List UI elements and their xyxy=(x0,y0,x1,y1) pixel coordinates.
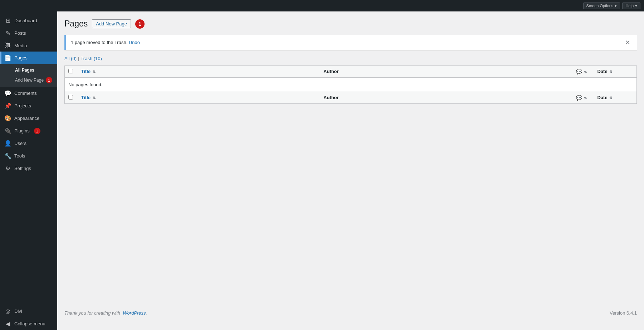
sidebar-item-label-settings: Settings xyxy=(14,166,31,171)
appearance-icon: 🎨 xyxy=(4,115,11,122)
sidebar-item-projects[interactable]: 📌 Projects xyxy=(0,100,57,112)
header-badge: 1 xyxy=(135,19,145,29)
sidebar-submenu-add-new-page[interactable]: Add New Page 1 xyxy=(0,75,57,86)
sidebar-item-label-divi: Divi xyxy=(14,309,22,314)
footer-period: . xyxy=(146,310,147,316)
settings-icon: ⚙ xyxy=(4,165,11,172)
title-sort-icon: ⇅ xyxy=(93,70,96,74)
column-header-date[interactable]: Date ⇅ xyxy=(594,65,637,77)
footer-date-sort: ⇅ xyxy=(609,96,612,100)
add-new-page-badge: 1 xyxy=(46,77,52,83)
dashboard-icon: ⊞ xyxy=(4,17,11,24)
footer-date-label: Date xyxy=(597,95,608,100)
layout: ⊞ Dashboard ✎ Posts 🖼 Media 📄 Pages All … xyxy=(0,11,644,330)
sidebar-item-pages[interactable]: 📄 Pages xyxy=(0,52,57,64)
footer-title-label: Title xyxy=(81,95,91,100)
sidebar-item-appearance[interactable]: 🎨 Appearance xyxy=(0,112,57,125)
notice-text: 1 page moved to the Trash. Undo xyxy=(71,40,140,45)
sidebar-item-tools[interactable]: 🔧 Tools xyxy=(0,150,57,162)
sidebar-item-divi[interactable]: ◎ Divi xyxy=(0,305,57,317)
page-title: Pages xyxy=(64,19,88,29)
media-icon: 🖼 xyxy=(4,42,11,49)
date-sort-icon: ⇅ xyxy=(609,70,612,74)
page-header: Pages Add New Page 1 xyxy=(64,19,637,29)
footer-title-sort: ⇅ xyxy=(93,96,96,100)
table-header-row: Title ⇅ Author 💬 ⇅ Date ⇅ xyxy=(65,65,637,77)
sidebar-item-label-posts: Posts xyxy=(14,30,26,36)
footer-version: Version 6.4.1 xyxy=(610,310,637,316)
help-label: Help xyxy=(625,4,634,8)
column-header-checkbox xyxy=(65,65,78,77)
screen-options-chevron: ▾ xyxy=(615,4,617,8)
footer-credit: Thank you for creating with WordPress. xyxy=(64,310,147,316)
footer-author-col: Author xyxy=(320,92,572,103)
comments-sort-icon: ⇅ xyxy=(584,70,587,74)
filter-separator: | xyxy=(78,56,79,61)
sidebar-item-plugins[interactable]: 🔌 Plugins 1 xyxy=(0,125,57,137)
comments-column-icon: 💬 xyxy=(576,69,582,74)
notice-message: 1 page moved to the Trash. xyxy=(71,40,129,45)
sidebar-item-label-appearance: Appearance xyxy=(14,116,39,121)
filter-trash-label: Trash xyxy=(80,56,92,61)
plugins-icon: 🔌 xyxy=(4,127,11,134)
posts-icon: ✎ xyxy=(4,30,11,37)
sidebar-item-label-dashboard: Dashboard xyxy=(14,18,37,23)
sidebar-item-settings[interactable]: ⚙ Settings xyxy=(0,162,57,175)
footer-date-col[interactable]: Date ⇅ xyxy=(594,92,637,103)
main-content: Pages Add New Page 1 1 page moved to the… xyxy=(57,11,644,330)
no-pages-row: No pages found. xyxy=(65,77,637,92)
sidebar-item-label-comments: Comments xyxy=(14,91,37,96)
sidebar-item-posts[interactable]: ✎ Posts xyxy=(0,27,57,39)
filter-all-count: (0) xyxy=(71,56,77,61)
pages-submenu: All Pages Add New Page 1 xyxy=(0,64,57,87)
footer-comments-icon: 💬 xyxy=(576,95,582,101)
screen-options-button[interactable]: Screen Options ▾ xyxy=(583,3,620,9)
help-chevron: ▾ xyxy=(635,4,637,8)
column-header-title[interactable]: Title ⇅ xyxy=(78,65,320,77)
sidebar-submenu-all-pages[interactable]: All Pages xyxy=(0,65,57,75)
help-button[interactable]: Help ▾ xyxy=(622,3,640,9)
comments-icon: 💬 xyxy=(4,90,11,97)
filter-bar: All (0) | Trash (10) xyxy=(64,56,637,61)
sidebar-item-label-users: Users xyxy=(14,141,26,146)
filter-trash-link[interactable]: Trash (10) xyxy=(80,56,102,61)
sidebar-item-collapse[interactable]: ◀ Collapse menu xyxy=(0,317,57,330)
users-icon: 👤 xyxy=(4,140,11,147)
no-pages-cell: No pages found. xyxy=(65,77,637,92)
title-label: Title xyxy=(81,69,91,74)
footer-title-col[interactable]: Title ⇅ xyxy=(78,92,320,103)
projects-icon: 📌 xyxy=(4,102,11,109)
sidebar-item-users[interactable]: 👤 Users xyxy=(0,137,57,150)
sidebar-item-label-pages: Pages xyxy=(14,55,28,60)
footer-thank-you: Thank you for creating with WordPress. xyxy=(64,310,147,316)
notice-close-button[interactable]: ✕ xyxy=(624,39,632,47)
thank-you-text: Thank you for creating with xyxy=(64,310,120,316)
select-all-footer-checkbox[interactable] xyxy=(68,95,73,100)
filter-all-label: All xyxy=(64,56,69,61)
divi-icon: ◎ xyxy=(4,308,11,315)
top-bar: Screen Options ▾ Help ▾ xyxy=(0,0,644,11)
footer-comments-col[interactable]: 💬 ⇅ xyxy=(572,92,594,103)
footer-checkbox-col xyxy=(65,92,78,103)
wordpress-link[interactable]: WordPress xyxy=(123,310,146,316)
active-border xyxy=(0,52,1,64)
sidebar-item-media[interactable]: 🖼 Media xyxy=(0,39,57,52)
tools-icon: 🔧 xyxy=(4,152,11,159)
add-new-page-label: Add New Page xyxy=(15,78,44,83)
undo-link[interactable]: Undo xyxy=(129,40,140,45)
main-footer: Thank you for creating with WordPress. V… xyxy=(64,303,637,316)
author-label: Author xyxy=(323,69,339,74)
pages-table: Title ⇅ Author 💬 ⇅ Date ⇅ xyxy=(64,65,637,104)
select-all-checkbox[interactable] xyxy=(68,69,73,73)
add-new-page-button[interactable]: Add New Page xyxy=(92,19,131,28)
collapse-icon: ◀ xyxy=(4,320,11,327)
date-label: Date xyxy=(597,69,608,74)
column-header-comments[interactable]: 💬 ⇅ xyxy=(572,65,594,77)
sidebar-item-dashboard[interactable]: ⊞ Dashboard xyxy=(0,14,57,27)
sidebar-item-comments[interactable]: 💬 Comments xyxy=(0,87,57,100)
filter-all-link[interactable]: All (0) xyxy=(64,56,77,61)
screen-options-label: Screen Options xyxy=(586,4,614,8)
table-body: No pages found. xyxy=(65,77,637,92)
sidebar-item-label-tools: Tools xyxy=(14,153,25,159)
plugins-badge: 1 xyxy=(34,128,40,134)
